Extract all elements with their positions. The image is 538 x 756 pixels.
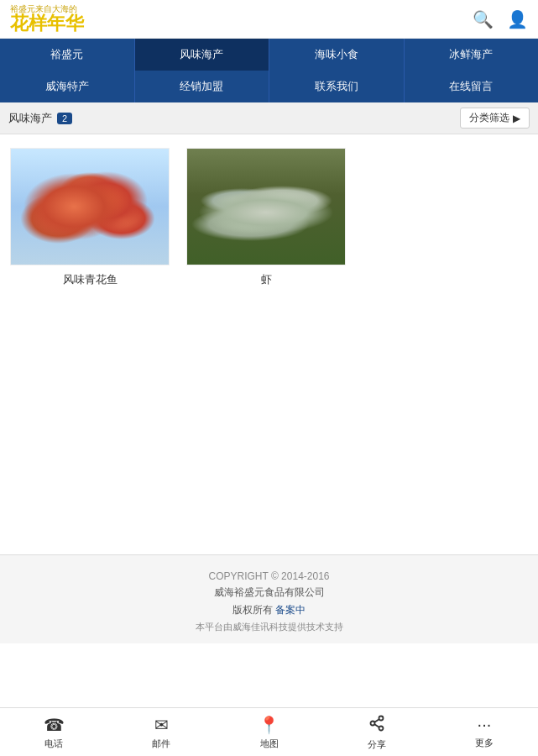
footer-icp-text: 本平台由威海佳讯科技提供技术支持 [8,621,530,633]
svg-point-0 [379,717,383,721]
map-icon: 📍 [259,715,279,735]
content-area: 风味青花鱼 虾 COPYRIGHT © 2014-2016 威海裕盛元食品有限公… [0,134,538,643]
breadcrumb: 风味海产 2 [8,111,72,126]
product-grid: 风味青花鱼 虾 [0,134,538,554]
svg-point-2 [379,727,383,731]
share-icon [368,715,385,736]
email-icon: ✉ [154,715,169,735]
product-image-1 [186,148,346,265]
bottom-nav-email[interactable]: ✉ 邮件 [107,708,215,756]
filter-button[interactable]: 分类筛选 ▶ [460,108,530,129]
more-icon: ··· [478,715,492,734]
bottom-nav-phone-label: 电话 [44,738,63,750]
svg-line-4 [374,724,379,727]
bottom-nav-map-label: 地图 [260,738,279,750]
breadcrumb-text: 风味海产 [8,111,52,126]
bottom-nav-more-label: 更多 [475,737,494,749]
search-icon[interactable]: 🔍 [473,9,494,29]
nav-row-2: 威海特产 经销加盟 联系我们 在线留言 [0,71,538,102]
footer-company: 威海裕盛元食品有限公司 [8,585,530,600]
nav-row-1: 裕盛元 风味海产 海味小食 冰鲜海产 [0,39,538,71]
product-card-0[interactable]: 风味青花鱼 [10,148,170,541]
product-image-0 [10,148,170,265]
logo: 裕盛元来自大海的 花样年华 [10,4,84,34]
header-icons: 🔍 👤 [473,9,528,29]
bottom-nav-share[interactable]: 分享 [323,708,431,756]
bottom-nav: ☎ 电话 ✉ 邮件 📍 地图 分享 ··· 更多 [0,707,538,756]
nav-item-contact[interactable]: 联系我们 [269,71,405,102]
bottom-nav-map[interactable]: 📍 地图 [215,708,322,756]
bottom-nav-share-label: 分享 [368,738,386,751]
app-header: 裕盛元来自大海的 花样年华 🔍 👤 [0,0,538,39]
footer-rights: 版权所有 备案中 [8,603,530,617]
footer-copyright: COPYRIGHT © 2014-2016 [8,570,530,582]
phone-icon: ☎ [44,715,65,735]
logo-main-text: 花样年华 [10,13,84,34]
nav-item-fresh-seafood[interactable]: 冰鲜海产 [405,39,539,71]
product-thumbnail-1 [187,148,345,265]
footer-info: COPYRIGHT © 2014-2016 威海裕盛元食品有限公司 版权所有 备… [0,554,538,643]
product-name-1: 虾 [261,272,272,287]
product-thumbnail-0 [11,148,169,265]
bottom-nav-more[interactable]: ··· 更多 [431,708,538,756]
bottom-nav-email-label: 邮件 [152,738,170,750]
product-name-0: 风味青花鱼 [63,272,118,287]
svg-line-3 [374,719,379,722]
bottom-nav-phone[interactable]: ☎ 电话 [0,708,107,756]
footer-icp-link[interactable]: 备案中 [275,604,306,616]
user-icon[interactable]: 👤 [507,9,528,29]
nav-item-message[interactable]: 在线留言 [405,71,539,102]
nav-item-specialties[interactable]: 威海特产 [0,71,135,102]
breadcrumb-bar: 风味海产 2 分类筛选 ▶ [0,102,538,134]
nav-item-seafood-flavor[interactable]: 风味海产 [135,39,270,71]
breadcrumb-count: 2 [57,113,72,124]
nav-item-home[interactable]: 裕盛元 [0,39,135,71]
nav-item-snacks[interactable]: 海味小食 [269,39,405,71]
svg-point-1 [370,722,374,726]
product-card-1[interactable]: 虾 [186,148,346,541]
nav-item-franchise[interactable]: 经销加盟 [135,71,270,102]
